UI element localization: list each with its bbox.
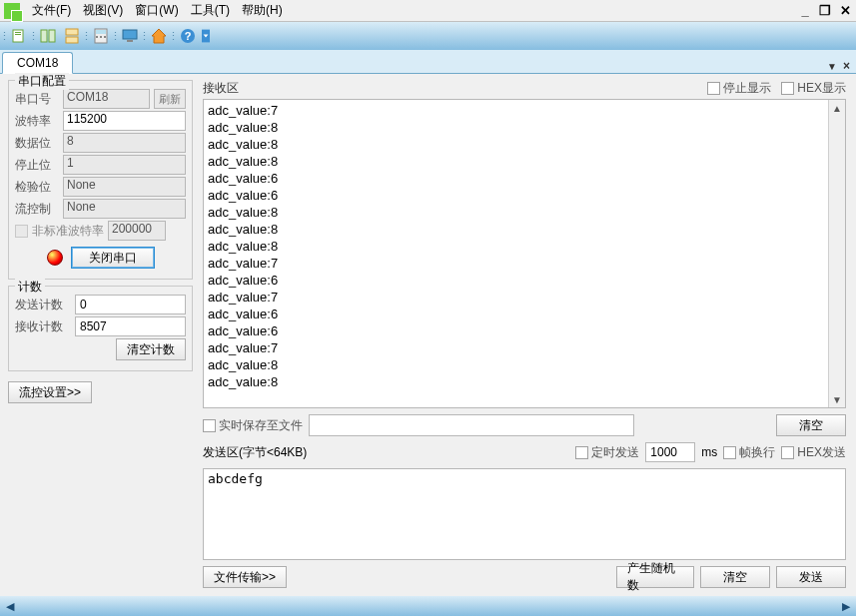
clear-count-button[interactable]: 清空计数 [116,338,186,360]
menu-window[interactable]: 窗口(W) [129,0,184,21]
window-controls: _ ❐ ✕ [798,3,852,18]
rx-line: adc_value:8 [208,373,841,390]
menu-help[interactable]: 帮助(H) [236,0,289,21]
tx-button-row: 文件传输>> 产生随机数 清空 发送 [203,566,846,588]
tx-clear-button[interactable]: 清空 [700,566,770,588]
frame-wrap-checkbox[interactable] [723,446,736,459]
rx-clear-button[interactable]: 清空 [776,414,846,436]
rx-line: adc_value:7 [208,102,841,119]
stopbits-label: 停止位 [15,157,59,174]
baud-select[interactable]: 115200 [63,111,186,131]
hex-display-checkbox-row[interactable]: HEX显示 [781,80,846,97]
recv-count-label: 接收计数 [15,318,71,335]
record-indicator-icon [47,250,63,266]
rx-line: adc_value:8 [208,119,841,136]
timed-send-unit: ms [701,445,717,459]
port-label: 串口号 [15,91,59,108]
nonstd-checkbox[interactable] [15,225,28,238]
scroll-up-icon[interactable]: ▲ [829,100,845,116]
rx-scrollbar[interactable]: ▲ ▼ [828,100,845,407]
scroll-down-icon[interactable]: ▼ [829,391,845,407]
window-restore[interactable]: ❐ [818,3,832,18]
tx-title: 发送区(字节<64KB) [203,444,307,461]
nonstd-label: 非标准波特率 [32,223,104,240]
svg-marker-14 [152,29,166,43]
flow-select[interactable]: None [63,199,186,219]
rx-line: adc_value:6 [208,306,841,322]
rx-textarea[interactable]: adc_value:7adc_value:8adc_value:8adc_val… [203,99,846,408]
toolbar-overflow-icon[interactable] [201,25,211,47]
svg-rect-9 [96,36,98,38]
count-group: 计数 发送计数 接收计数 清空计数 [8,286,193,371]
window-close[interactable]: ✕ [838,3,852,18]
rx-line: adc_value:6 [208,322,841,339]
stop-display-checkbox-row[interactable]: 停止显示 [707,80,771,97]
rx-line: adc_value:8 [208,238,841,255]
toolbar-monitor-icon[interactable] [119,25,141,47]
save-file-checkbox-row[interactable]: 实时保存至文件 [203,417,303,434]
toolbar-sep2-icon: ⋮ [84,25,89,47]
random-button[interactable]: 产生随机数 [616,566,694,588]
rx-line: adc_value:6 [208,187,841,204]
timed-send-checkbox[interactable] [575,446,588,459]
nonstd-value[interactable]: 200000 [108,221,166,241]
toolbar-doc-icon[interactable] [8,25,30,47]
tx-textarea[interactable]: abcdefg [203,468,846,560]
recv-count-input[interactable] [75,316,186,336]
tx-header-row: 发送区(字节<64KB) 定时发送 ms 帧换行 HEX发送 [203,442,846,462]
frame-wrap-row[interactable]: 帧换行 [723,444,775,461]
stop-display-checkbox[interactable] [707,82,720,95]
stopbits-select[interactable]: 1 [63,155,186,175]
footer-right-icon[interactable]: ▶ [842,600,850,613]
close-port-button[interactable]: 关闭串口 [71,247,155,269]
tab-bar: COM18 ▼ × [0,50,856,74]
svg-rect-2 [15,34,21,35]
toolbar-calc-icon[interactable] [90,25,112,47]
rx-line: adc_value:8 [208,356,841,373]
left-panel: 串口配置 串口号 COM18 刷新 波特率 115200 数据位 8 停止位 1… [0,74,201,596]
port-refresh-button[interactable]: 刷新 [154,89,186,109]
flow-label: 流控制 [15,201,59,218]
timed-send-input[interactable] [645,442,695,462]
toolbar: ⋮ ⋮ ⋮ ⋮ ⋮ ⋮ ? [0,22,856,50]
toolbar-tile-v-icon[interactable] [61,25,83,47]
svg-rect-0 [13,30,23,42]
menu-tools[interactable]: 工具(T) [185,0,236,21]
menu-bar: 文件(F) 视图(V) 窗口(W) 工具(T) 帮助(H) _ ❐ ✕ [0,0,856,22]
tab-close-icon[interactable]: × [843,59,850,73]
timed-send-row[interactable]: 定时发送 [575,444,639,461]
toolbar-help-icon[interactable]: ? [177,25,199,47]
rx-content: adc_value:7adc_value:8adc_value:8adc_val… [208,102,841,390]
port-select[interactable]: COM18 [63,89,150,109]
status-bar: ◀ ▶ [0,596,856,616]
tab-dropdown-icon[interactable]: ▼ [827,61,837,72]
parity-select[interactable]: None [63,177,186,197]
databits-select[interactable]: 8 [63,133,186,153]
menu-view[interactable]: 视图(V) [77,0,129,21]
content-area: 串口配置 串口号 COM18 刷新 波特率 115200 数据位 8 停止位 1… [0,74,856,596]
databits-label: 数据位 [15,135,59,152]
hex-display-checkbox[interactable] [781,82,794,95]
file-transfer-button[interactable]: 文件传输>> [203,566,287,588]
timed-send-label: 定时发送 [591,444,639,461]
svg-text:?: ? [185,30,192,42]
save-file-path-input[interactable] [309,414,634,436]
send-count-input[interactable] [75,295,186,314]
hex-send-checkbox[interactable] [781,446,794,459]
svg-rect-13 [127,40,133,42]
window-minimize[interactable]: _ [798,3,812,18]
send-button[interactable]: 发送 [776,566,846,588]
menu-file[interactable]: 文件(F) [26,0,77,21]
right-panel: 接收区 停止显示 HEX显示 adc_value:7adc_value:8adc… [201,74,856,596]
footer-left-icon[interactable]: ◀ [6,600,14,613]
toolbar-tile-h-icon[interactable] [37,25,59,47]
toolbar-sep-icon: ⋮ [31,25,36,47]
hex-send-row[interactable]: HEX发送 [781,444,846,461]
flow-settings-button[interactable]: 流控设置>> [8,381,92,403]
save-file-checkbox[interactable] [203,419,216,432]
toolbar-home-icon[interactable] [148,25,170,47]
parity-label: 检验位 [15,179,59,196]
rx-header: 接收区 停止显示 HEX显示 [203,80,846,97]
svg-rect-12 [123,30,137,39]
tab-com-port[interactable]: COM18 [2,52,73,74]
